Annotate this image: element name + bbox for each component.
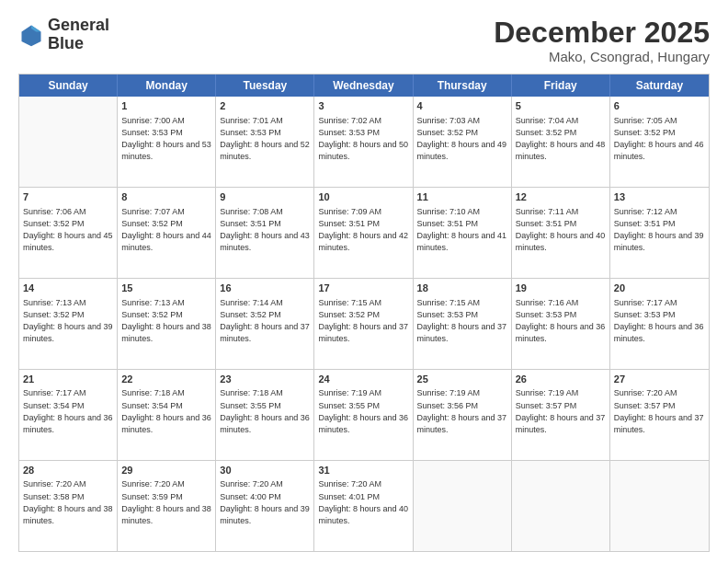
day-number: 19	[516, 282, 606, 295]
day-number: 17	[318, 282, 408, 295]
sun-info: Sunrise: 7:15 AM Sunset: 3:52 PM Dayligh…	[318, 297, 408, 345]
sun-info: Sunrise: 7:18 AM Sunset: 3:55 PM Dayligh…	[220, 387, 310, 435]
sun-info: Sunrise: 7:20 AM Sunset: 3:58 PM Dayligh…	[23, 478, 113, 526]
sun-info: Sunrise: 7:10 AM Sunset: 3:51 PM Dayligh…	[417, 206, 507, 254]
day-number: 8	[121, 190, 211, 204]
logo-text: General Blue	[48, 17, 109, 53]
calendar-cell: 3Sunrise: 7:02 AM Sunset: 3:53 PM Daylig…	[314, 97, 413, 187]
calendar-cell: 27Sunrise: 7:20 AM Sunset: 3:57 PM Dayli…	[610, 370, 709, 460]
logo: General Blue	[18, 17, 109, 53]
day-number: 20	[614, 282, 705, 295]
day-number: 11	[417, 190, 507, 204]
day-number: 4	[417, 99, 507, 113]
calendar-cell: 1Sunrise: 7:00 AM Sunset: 3:53 PM Daylig…	[118, 97, 216, 187]
calendar-cell: 12Sunrise: 7:11 AM Sunset: 3:51 PM Dayli…	[512, 188, 610, 278]
day-number: 30	[220, 464, 310, 477]
calendar: SundayMondayTuesdayWednesdayThursdayFrid…	[18, 74, 710, 552]
calendar-cell: 22Sunrise: 7:18 AM Sunset: 3:54 PM Dayli…	[118, 370, 216, 460]
calendar-cell: 2Sunrise: 7:01 AM Sunset: 3:53 PM Daylig…	[216, 97, 314, 187]
header-day: Thursday	[414, 75, 512, 97]
day-number: 25	[417, 373, 507, 386]
sun-info: Sunrise: 7:14 AM Sunset: 3:52 PM Dayligh…	[220, 297, 310, 345]
calendar-cell: 23Sunrise: 7:18 AM Sunset: 3:55 PM Dayli…	[216, 370, 314, 460]
calendar-cell: 18Sunrise: 7:15 AM Sunset: 3:53 PM Dayli…	[414, 279, 512, 369]
header: General Blue December 2025 Mako, Csongra…	[18, 17, 710, 64]
sun-info: Sunrise: 7:09 AM Sunset: 3:51 PM Dayligh…	[318, 206, 408, 254]
sun-info: Sunrise: 7:00 AM Sunset: 3:53 PM Dayligh…	[121, 115, 211, 163]
calendar-cell: 6Sunrise: 7:05 AM Sunset: 3:52 PM Daylig…	[610, 97, 709, 187]
calendar-cell	[610, 461, 709, 551]
calendar-cell: 30Sunrise: 7:20 AM Sunset: 4:00 PM Dayli…	[216, 461, 314, 551]
sun-info: Sunrise: 7:20 AM Sunset: 3:57 PM Dayligh…	[614, 387, 705, 435]
day-number: 5	[516, 99, 606, 113]
calendar-cell: 4Sunrise: 7:03 AM Sunset: 3:52 PM Daylig…	[414, 97, 512, 187]
sun-info: Sunrise: 7:08 AM Sunset: 3:51 PM Dayligh…	[220, 206, 310, 254]
sun-info: Sunrise: 7:13 AM Sunset: 3:52 PM Dayligh…	[23, 297, 113, 345]
calendar-cell: 28Sunrise: 7:20 AM Sunset: 3:58 PM Dayli…	[19, 461, 118, 551]
calendar-week: 14Sunrise: 7:13 AM Sunset: 3:52 PM Dayli…	[19, 279, 709, 370]
sun-info: Sunrise: 7:20 AM Sunset: 4:00 PM Dayligh…	[220, 478, 310, 526]
sun-info: Sunrise: 7:17 AM Sunset: 3:53 PM Dayligh…	[614, 297, 705, 345]
sun-info: Sunrise: 7:01 AM Sunset: 3:53 PM Dayligh…	[220, 115, 310, 163]
sun-info: Sunrise: 7:15 AM Sunset: 3:53 PM Dayligh…	[417, 297, 507, 345]
calendar-week: 21Sunrise: 7:17 AM Sunset: 3:54 PM Dayli…	[19, 370, 709, 461]
calendar-week: 7Sunrise: 7:06 AM Sunset: 3:52 PM Daylig…	[19, 188, 709, 279]
sun-info: Sunrise: 7:16 AM Sunset: 3:53 PM Dayligh…	[516, 297, 606, 345]
sun-info: Sunrise: 7:07 AM Sunset: 3:52 PM Dayligh…	[121, 206, 211, 254]
calendar-cell: 5Sunrise: 7:04 AM Sunset: 3:52 PM Daylig…	[512, 97, 610, 187]
calendar-cell: 24Sunrise: 7:19 AM Sunset: 3:55 PM Dayli…	[314, 370, 413, 460]
calendar-cell: 10Sunrise: 7:09 AM Sunset: 3:51 PM Dayli…	[314, 188, 413, 278]
day-number: 7	[23, 190, 113, 204]
day-number: 26	[516, 373, 606, 386]
calendar-cell: 26Sunrise: 7:19 AM Sunset: 3:57 PM Dayli…	[512, 370, 610, 460]
calendar-cell	[512, 461, 610, 551]
day-number: 9	[220, 190, 310, 204]
calendar-cell: 25Sunrise: 7:19 AM Sunset: 3:56 PM Dayli…	[414, 370, 512, 460]
header-day: Monday	[118, 75, 216, 97]
sun-info: Sunrise: 7:04 AM Sunset: 3:52 PM Dayligh…	[516, 115, 606, 163]
calendar-cell: 20Sunrise: 7:17 AM Sunset: 3:53 PM Dayli…	[610, 279, 709, 369]
day-number: 18	[417, 282, 507, 295]
calendar-cell: 16Sunrise: 7:14 AM Sunset: 3:52 PM Dayli…	[216, 279, 314, 369]
day-number: 29	[121, 464, 211, 477]
sun-info: Sunrise: 7:20 AM Sunset: 4:01 PM Dayligh…	[318, 478, 408, 526]
day-number: 14	[23, 282, 113, 295]
calendar-cell: 9Sunrise: 7:08 AM Sunset: 3:51 PM Daylig…	[216, 188, 314, 278]
day-number: 23	[220, 373, 310, 386]
calendar-cell: 15Sunrise: 7:13 AM Sunset: 3:52 PM Dayli…	[118, 279, 216, 369]
calendar-cell	[19, 97, 118, 187]
calendar-cell	[414, 461, 512, 551]
calendar-week: 1Sunrise: 7:00 AM Sunset: 3:53 PM Daylig…	[19, 97, 709, 188]
day-number: 28	[23, 464, 113, 477]
calendar-title: December 2025	[494, 17, 710, 49]
sun-info: Sunrise: 7:12 AM Sunset: 3:51 PM Dayligh…	[614, 206, 705, 254]
header-day: Tuesday	[216, 75, 314, 97]
calendar-subtitle: Mako, Csongrad, Hungary	[494, 49, 710, 64]
logo-line2: Blue	[48, 35, 109, 53]
sun-info: Sunrise: 7:17 AM Sunset: 3:54 PM Dayligh…	[23, 387, 113, 435]
title-block: December 2025 Mako, Csongrad, Hungary	[494, 17, 710, 64]
day-number: 6	[614, 99, 705, 113]
sun-info: Sunrise: 7:06 AM Sunset: 3:52 PM Dayligh…	[23, 206, 113, 254]
day-number: 31	[318, 464, 408, 477]
header-day: Sunday	[19, 75, 118, 97]
calendar-cell: 31Sunrise: 7:20 AM Sunset: 4:01 PM Dayli…	[314, 461, 413, 551]
logo-icon	[18, 22, 44, 48]
day-number: 27	[614, 373, 705, 386]
day-number: 1	[121, 99, 211, 113]
sun-info: Sunrise: 7:03 AM Sunset: 3:52 PM Dayligh…	[417, 115, 507, 163]
logo-line1: General	[48, 17, 109, 35]
day-number: 2	[220, 99, 310, 113]
sun-info: Sunrise: 7:11 AM Sunset: 3:51 PM Dayligh…	[516, 206, 606, 254]
sun-info: Sunrise: 7:20 AM Sunset: 3:59 PM Dayligh…	[121, 478, 211, 526]
calendar-cell: 29Sunrise: 7:20 AM Sunset: 3:59 PM Dayli…	[118, 461, 216, 551]
calendar-body: 1Sunrise: 7:00 AM Sunset: 3:53 PM Daylig…	[19, 97, 709, 551]
sun-info: Sunrise: 7:02 AM Sunset: 3:53 PM Dayligh…	[318, 115, 408, 163]
calendar-week: 28Sunrise: 7:20 AM Sunset: 3:58 PM Dayli…	[19, 461, 709, 551]
day-number: 16	[220, 282, 310, 295]
calendar-header: SundayMondayTuesdayWednesdayThursdayFrid…	[19, 75, 709, 97]
sun-info: Sunrise: 7:05 AM Sunset: 3:52 PM Dayligh…	[614, 115, 705, 163]
day-number: 21	[23, 373, 113, 386]
sun-info: Sunrise: 7:19 AM Sunset: 3:57 PM Dayligh…	[516, 387, 606, 435]
day-number: 13	[614, 190, 705, 204]
